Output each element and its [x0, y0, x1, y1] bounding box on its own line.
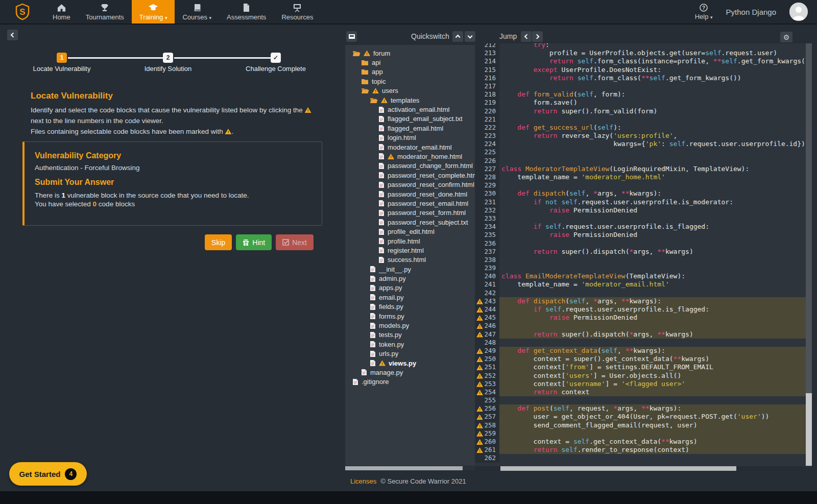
tree-item-password-reset-subject-txt[interactable]: password_reset_subject.txt [345, 218, 475, 227]
tree-item-app[interactable]: app [345, 67, 475, 77]
code-text: if not self.request.user.userprofile.is_… [499, 198, 806, 206]
line-number: 224 [475, 140, 499, 148]
quickswitch-down-button[interactable] [465, 31, 475, 42]
line-number: 235 [475, 231, 499, 239]
skip-button[interactable]: Skip [205, 234, 232, 250]
tree-item-profile-html[interactable]: profile.html [345, 236, 475, 246]
svg-text:?: ? [702, 5, 705, 10]
user-name: Python Django [726, 8, 776, 16]
tree-item-fields-py[interactable]: fields.py [345, 302, 475, 311]
settings-gear-button[interactable]: ⚙ [780, 32, 792, 42]
code-gutter: 234 [475, 223, 499, 231]
nav-item-training[interactable]: Training ▾ [132, 0, 175, 23]
next-button[interactable]: Next [276, 234, 314, 250]
back-button[interactable] [7, 30, 18, 40]
help-menu[interactable]: ? Help ▾ [695, 4, 713, 20]
code-text [499, 82, 806, 90]
brand-logo-icon[interactable]: S [0, 0, 45, 23]
tree-item-label: profile_edit.html [388, 228, 435, 235]
tree-item-email-py[interactable]: email.py [345, 293, 475, 302]
tree-item-admin-py[interactable]: admin.py [345, 274, 475, 283]
tree-item-urls-py[interactable]: urls.py [345, 349, 475, 358]
tree-item--gitignore[interactable]: .gitignore [345, 377, 475, 387]
tree-item-moderator-home-html[interactable]: !moderator_home.html [345, 152, 475, 161]
tree-item-forum[interactable]: !forum [345, 49, 475, 58]
avatar[interactable] [789, 3, 808, 21]
tree-item-moderator-email-html[interactable]: moderator_email.html [345, 142, 475, 152]
file-icon [378, 172, 385, 179]
code-line-216: 216 return self.form_class(**self.get_fo… [475, 74, 806, 82]
tree-item-password-reset-email-html[interactable]: password_reset_email.html [345, 199, 475, 208]
tree-item-login-html[interactable]: login.html [345, 133, 475, 142]
code-text: class ModeratorTemplateView(LoginRequire… [499, 165, 806, 173]
chevron-left-icon [10, 32, 15, 37]
nav-item-assessments[interactable]: Assessments [219, 0, 274, 23]
tree-item-models-py[interactable]: models.py [345, 321, 475, 330]
tree-item-password-reset-complete-html[interactable]: password_reset_complete.html [345, 171, 475, 180]
code-line-213: 213 profile = UserProfile.objects.get(us… [475, 49, 806, 57]
file-icon [370, 313, 376, 320]
tree-item-views-py[interactable]: !views.py [345, 358, 475, 368]
file-icon [370, 322, 376, 329]
tree-item--init-py[interactable]: __init__.py [345, 265, 475, 274]
line-number: 225 [475, 148, 499, 156]
tree-item-flagged-email-html[interactable]: flagged_email.html [345, 124, 475, 133]
code-gutter: !251 [475, 363, 499, 371]
code-gutter: 240 [475, 272, 499, 280]
tree-item-label: login.html [388, 134, 416, 141]
tree-item-register-html[interactable]: register.html [345, 246, 475, 255]
tree-item-tests-py[interactable]: tests.py [345, 330, 475, 340]
scrollbar-thumb[interactable] [806, 393, 812, 466]
panel-toggle-button[interactable] [346, 31, 357, 42]
tree-item-topic[interactable]: topic [345, 77, 475, 86]
file-icon [370, 275, 376, 282]
warning-icon: ! [388, 154, 394, 159]
tree-item-password-change-form-html[interactable]: password_change_form.html [345, 161, 475, 171]
tree-item-forms-py[interactable]: forms.py [345, 311, 475, 321]
licenses-link[interactable]: Licenses [350, 477, 376, 485]
chevron-down-icon: ▾ [209, 15, 212, 20]
code-line-248: 248 [475, 339, 806, 347]
code-line-246: !246 [475, 322, 806, 330]
file-icon [370, 331, 376, 339]
get-started-button[interactable]: Get Started 4 [9, 462, 87, 486]
tree-item-manage-py[interactable]: manage.py [345, 368, 475, 377]
code-text [499, 289, 806, 297]
code-text [499, 429, 806, 438]
tree-item-apps-py[interactable]: apps.py [345, 283, 475, 293]
code-gutter: !244 [475, 305, 499, 314]
file-icon [378, 162, 385, 170]
tree-item-users[interactable]: !users [345, 86, 475, 95]
tree-item-label: forms.py [379, 313, 404, 320]
jump-next-button[interactable] [532, 31, 543, 42]
tree-item-password-reset-done-html[interactable]: password_reset_done.html [345, 189, 475, 199]
tree-item-api[interactable]: api [345, 58, 475, 67]
nav-item-home[interactable]: Home [45, 0, 78, 23]
hint-button[interactable]: Hint [236, 234, 272, 250]
tree-item-token-py[interactable]: token.py [345, 340, 475, 349]
top-nav: S Home Tournaments Training ▾ Courses ▾ … [0, 0, 817, 25]
nav-item-tournaments[interactable]: Tournaments [78, 0, 132, 23]
scrollbar-thumb[interactable] [345, 466, 463, 470]
code-gutter: 230 [475, 189, 499, 198]
tree-item-activation-email-html[interactable]: activation_email.html [345, 105, 475, 114]
tree-item-password-reset-confirm-html[interactable]: password_reset_confirm.html [345, 180, 475, 189]
code-gutter: !245 [475, 314, 499, 322]
scrollbar-thumb[interactable] [500, 466, 736, 471]
nav-item-resources[interactable]: Resources [274, 0, 321, 23]
tree-item-password-reset-form-html[interactable]: password_reset_form.html [345, 208, 475, 218]
code-line-222: 222 def get_success_url(self): [475, 124, 806, 132]
code-text: class EmailModerateTemplateView(Template… [499, 272, 806, 280]
tree-item-profile-edit-html[interactable]: profile_edit.html [345, 227, 475, 236]
tree-item-label: topic [372, 78, 386, 85]
code-gutter: 212 [475, 43, 499, 49]
tree-item-templates[interactable]: !templates [345, 95, 475, 105]
line-number: 236 [475, 239, 499, 248]
code-text [499, 181, 806, 189]
quickswitch-up-button[interactable] [452, 31, 463, 42]
tree-item-success-html[interactable]: success.html [345, 255, 475, 265]
nav-item-courses[interactable]: Courses ▾ [175, 0, 219, 23]
jump-prev-button[interactable] [521, 31, 532, 42]
tree-item-flagged-email-subject-txt[interactable]: flagged_email_subject.txt [345, 114, 475, 124]
line-number: 222 [475, 124, 499, 132]
